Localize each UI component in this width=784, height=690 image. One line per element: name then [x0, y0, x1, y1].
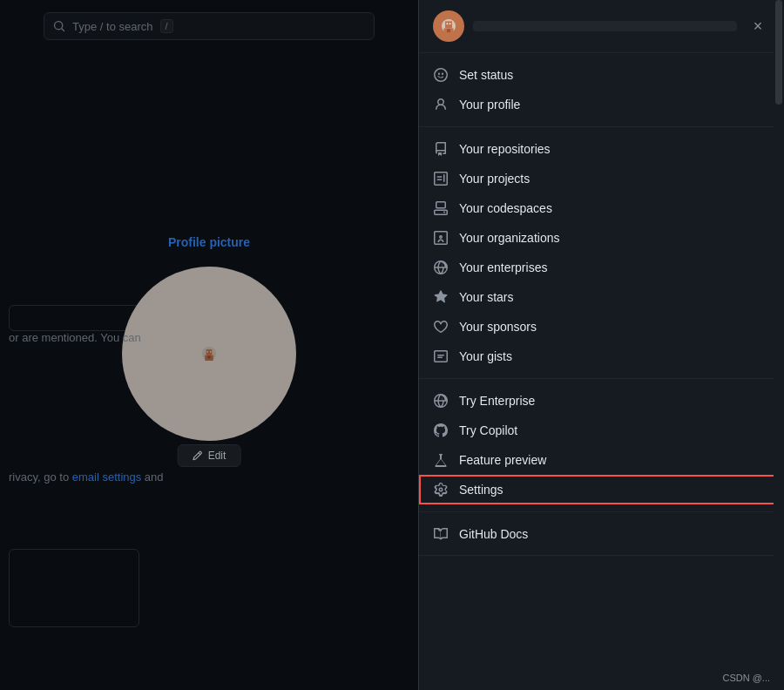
svg-rect-8 [447, 23, 449, 24]
codespaces-icon [433, 200, 449, 216]
projects-label: Your projects [459, 172, 530, 186]
codespaces-label: Your codespaces [459, 201, 552, 215]
menu-header: × [419, 0, 784, 53]
menu-item-sponsors[interactable]: Your sponsors [419, 312, 784, 342]
heart-icon [433, 319, 449, 335]
copilot-icon [433, 423, 449, 438]
svg-rect-7 [445, 21, 452, 28]
menu-section-2: Your repositories Your projects Your cod… [419, 127, 784, 379]
sponsors-label: Your sponsors [459, 320, 537, 334]
scrollbar[interactable] [774, 0, 784, 690]
close-button[interactable]: × [746, 14, 770, 38]
feature-preview-label: Feature preview [459, 453, 546, 467]
person-icon [433, 97, 449, 112]
gear-icon [433, 482, 449, 497]
stars-label: Your stars [459, 290, 514, 304]
dropdown-menu: × Set status Your profile [418, 0, 784, 690]
menu-item-gists[interactable]: Your gists [419, 342, 784, 371]
settings-label: Settings [459, 483, 504, 497]
smiley-icon [433, 67, 449, 83]
star-icon [433, 289, 449, 305]
menu-item-enterprises[interactable]: Your enterprises [419, 253, 784, 282]
menu-section-3: Try Enterprise Try Copilot Feature previ… [419, 379, 784, 512]
try-copilot-label: Try Copilot [459, 423, 517, 437]
menu-item-try-copilot[interactable]: Try Copilot [419, 416, 784, 445]
gists-icon [433, 348, 449, 364]
your-profile-label: Your profile [459, 98, 520, 112]
menu-item-repositories[interactable]: Your repositories [419, 134, 784, 164]
projects-icon [433, 171, 449, 186]
menu-section-4: GitHub Docs [419, 512, 784, 556]
globe-icon [433, 260, 449, 275]
github-docs-label: GitHub Docs [459, 527, 528, 541]
docs-icon [433, 526, 449, 542]
menu-item-github-docs[interactable]: GitHub Docs [419, 519, 784, 549]
organizations-label: Your organizations [459, 231, 559, 245]
menu-item-stars[interactable]: Your stars [419, 282, 784, 312]
organizations-icon [433, 230, 449, 246]
menu-section-1: Set status Your profile [419, 53, 784, 127]
enterprises-label: Your enterprises [459, 260, 547, 274]
menu-item-settings[interactable]: Settings [419, 475, 784, 504]
svg-rect-11 [447, 29, 450, 32]
beaker-icon [433, 452, 449, 468]
menu-item-try-enterprise[interactable]: Try Enterprise [419, 386, 784, 416]
try-enterprise-label: Try Enterprise [459, 394, 535, 408]
menu-item-your-profile[interactable]: Your profile [419, 90, 784, 119]
menu-item-feature-preview[interactable]: Feature preview [419, 445, 784, 475]
set-status-label: Set status [459, 68, 513, 82]
svg-rect-9 [449, 23, 451, 24]
avatar-svg [442, 19, 456, 33]
scrollbar-thumb[interactable] [775, 0, 782, 105]
watermark: CSDN @... [722, 673, 770, 683]
menu-item-codespaces[interactable]: Your codespaces [419, 193, 784, 223]
menu-item-organizations[interactable]: Your organizations [419, 223, 784, 253]
repo-icon [433, 141, 449, 157]
menu-item-projects[interactable]: Your projects [419, 164, 784, 193]
menu-item-set-status[interactable]: Set status [419, 60, 784, 90]
enterprise-icon [433, 393, 449, 409]
menu-username [473, 21, 737, 31]
gists-label: Your gists [459, 349, 512, 363]
avatar [433, 10, 464, 42]
repositories-label: Your repositories [459, 142, 551, 156]
